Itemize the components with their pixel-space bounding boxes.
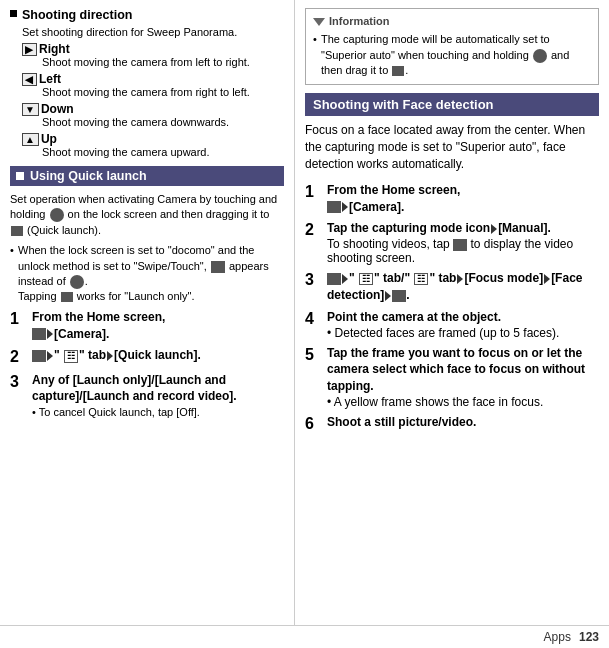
direction-right: ▶ Right Shoot moving the camera from lef… (22, 42, 284, 68)
camera-small-icon (11, 226, 23, 236)
arrow-right-2b (107, 351, 113, 361)
face-step-3: 3 " ☷" tab/" ☷" tab[Focus mode][Face det… (305, 270, 599, 304)
direction-right-desc: Shoot moving the camera from left to rig… (42, 56, 284, 68)
up-icon: ▲ (22, 133, 39, 146)
face-step-4-number: 4 (305, 309, 323, 328)
face-step-5: 5 Tap the frame you want to focus on or … (305, 345, 599, 409)
face-step-2: 2 Tap the capturing mode icon[Manual]. T… (305, 220, 599, 265)
footer-apps-label: Apps (544, 630, 571, 644)
step-2-number: 2 (10, 347, 28, 366)
confirm-icon-fs3 (392, 290, 406, 302)
home-icon-step1 (32, 328, 46, 340)
quick-launch-heading-text: Using Quick launch (30, 169, 147, 183)
face-step-5-content: Tap the frame you want to focus on or le… (327, 345, 599, 409)
page-container: Shooting direction Set shooting directio… (0, 0, 609, 648)
right-icon: ▶ (22, 43, 37, 56)
tab-icon-2: ☷ (64, 350, 78, 363)
direction-left-desc: Shoot moving the camera from right to le… (42, 86, 284, 98)
tab-icon-fs3a: ☷ (359, 273, 373, 286)
right-column: Information The capturing mode will be a… (295, 0, 609, 648)
face-step-2-number: 2 (305, 220, 323, 239)
face-step-3-content: " ☷" tab/" ☷" tab[Focus mode][Face detec… (327, 270, 599, 304)
quick-launch-heading: Using Quick launch (10, 166, 284, 186)
swipe-icon (211, 261, 225, 273)
step-1-number: 1 (10, 309, 28, 328)
quick-launch-body: Set operation when activating Camera by … (10, 192, 284, 238)
shooting-direction-heading: Shooting direction (22, 8, 132, 22)
information-title: Information (313, 14, 591, 29)
shooting-direction-title: Shooting direction (10, 8, 284, 22)
left-column: Shooting direction Set shooting directio… (0, 0, 295, 648)
step-1: 1 From the Home screen, [Camera]. (10, 309, 284, 343)
menu-icon-step2 (32, 350, 46, 362)
left-icon: ◀ (22, 73, 37, 86)
face-step-1: 1 From the Home screen, [Camera]. (305, 182, 599, 216)
face-detection-heading-text: Shooting with Face detection (313, 97, 494, 112)
face-step-2-content: Tap the capturing mode icon[Manual]. To … (327, 220, 599, 265)
menu-icon-fs3 (327, 273, 341, 285)
direction-up: ▲ Up Shoot moving the camera upward. (22, 132, 284, 158)
arrow-fs2 (491, 224, 497, 234)
home-icon-fs1 (327, 201, 341, 213)
arrow-fs3b (457, 274, 463, 284)
direction-right-label: ▶ Right (22, 42, 284, 56)
step-3: 3 Any of [Launch only]/[Launch and captu… (10, 372, 284, 420)
arrow-right-1 (47, 329, 53, 339)
face-step-6: 6 Shoot a still picture/video. (305, 414, 599, 433)
face-step-4-content: Point the camera at the object. • Detect… (327, 309, 559, 340)
step-2: 2 " ☷" tab[Quick launch]. (10, 347, 284, 366)
face-step-4: 4 Point the camera at the object. • Dete… (305, 309, 599, 340)
arrow-right-2 (47, 351, 53, 361)
direction-down: ▼ Down Shoot moving the camera downwards… (22, 102, 284, 128)
arrow-fs3c (544, 274, 550, 284)
arrow-fs3a (342, 274, 348, 284)
information-box: Information The capturing mode will be a… (305, 8, 599, 85)
section-square-icon (16, 172, 24, 180)
arrow-fs1 (342, 202, 348, 212)
step-3-content: Any of [Launch only]/[Launch and capture… (32, 372, 284, 420)
black-square-icon (10, 10, 17, 17)
face-detection-steps: 1 From the Home screen, [Camera]. 2 Tap … (305, 182, 599, 433)
face-step-1-content: From the Home screen, [Camera]. (327, 182, 460, 216)
lock-icon2 (70, 275, 84, 289)
direction-down-desc: Shoot moving the camera downwards. (42, 116, 284, 128)
step-1-content: From the Home screen, [Camera]. (32, 309, 165, 343)
direction-left-label: ◀ Left (22, 72, 284, 86)
drag-icon (392, 66, 404, 76)
lock-icon (50, 208, 64, 222)
information-bullet: The capturing mode will be automatically… (313, 32, 591, 78)
quick-launch-bullet: When the lock screen is set to "docomo" … (10, 243, 284, 305)
video-icon-fs2 (453, 239, 467, 251)
quick-launch-steps: 1 From the Home screen, [Camera]. 2 " ☷"… (10, 309, 284, 419)
tap-icon (61, 292, 73, 302)
face-step-1-number: 1 (305, 182, 323, 201)
footer: Apps 123 (0, 625, 609, 648)
step-3-number: 3 (10, 372, 28, 391)
footer-page-number: 123 (579, 630, 599, 644)
face-step-5-number: 5 (305, 345, 323, 364)
face-step-6-number: 6 (305, 414, 323, 433)
down-icon: ▼ (22, 103, 39, 116)
face-detection-heading: Shooting with Face detection (305, 93, 599, 116)
quick-launch-section: Using Quick launch Set operation when ac… (10, 166, 284, 419)
hold-icon (533, 49, 547, 63)
shooting-direction-subtitle: Set shooting direction for Sweep Panoram… (22, 26, 284, 38)
direction-left: ◀ Left Shoot moving the camera from righ… (22, 72, 284, 98)
direction-up-label: ▲ Up (22, 132, 284, 146)
direction-up-desc: Shoot moving the camera upward. (42, 146, 284, 158)
face-step-6-content: Shoot a still picture/video. (327, 414, 476, 431)
direction-down-label: ▼ Down (22, 102, 284, 116)
tab-icon-fs3b: ☷ (414, 273, 428, 286)
arrow-fs3d (385, 291, 391, 301)
face-detection-intro: Focus on a face located away from the ce… (305, 122, 599, 174)
face-step-3-number: 3 (305, 270, 323, 289)
diamond-icon (313, 18, 325, 26)
information-title-text: Information (329, 14, 390, 29)
step-2-content: " ☷" tab[Quick launch]. (32, 347, 201, 364)
